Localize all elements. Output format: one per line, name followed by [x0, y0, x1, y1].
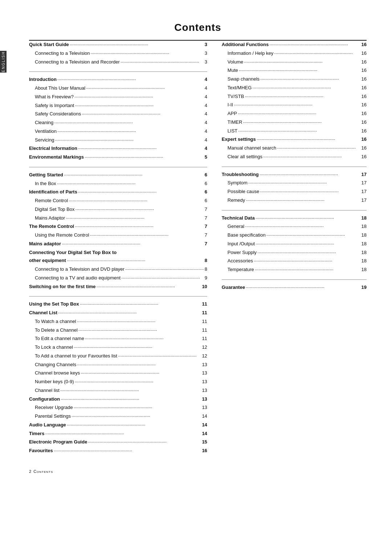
toc-entry: TIMER ··································… [222, 118, 367, 127]
toc-entry-label: Configuration [29, 395, 60, 404]
toc-entry-label: Possible cause [228, 188, 259, 196]
toc-entry: Connecting to a TV and audio equipment ·… [29, 274, 207, 283]
toc-section: Additional Functions ···················… [222, 41, 367, 161]
toc-entry: Swap channels ··························… [222, 75, 367, 84]
toc-entry-dots: ········································… [78, 144, 204, 153]
toc-entry: Power Supply ···························… [222, 249, 367, 257]
toc-entry: To Add a channel to your Favourites list… [29, 352, 207, 361]
toc-entry-page: 18 [362, 231, 367, 240]
toc-entry-label: Servicing [35, 136, 54, 144]
toc-entry: Introduction ···························… [29, 75, 207, 84]
toc-entry: Ventilation ····························… [29, 127, 207, 136]
toc-entry-page: 9 [205, 274, 207, 282]
toc-entry-label: Technical Data [222, 214, 255, 222]
toc-entry: Number keys (0-9) ······················… [29, 378, 207, 386]
section-divider [29, 167, 207, 167]
toc-entry-dots: ········································… [77, 361, 201, 369]
toc-entry-label: Connecting to a Television and DVD playe… [35, 265, 124, 274]
toc-entry-label: Input /Output [228, 240, 255, 248]
toc-entry-dots: ········································… [121, 58, 204, 67]
toc-entry-dots: ········································… [245, 93, 360, 101]
toc-entry-dots: ········································… [74, 343, 201, 352]
toc-entry-page: 12 [202, 343, 207, 352]
toc-entry-page: 13 [202, 395, 207, 404]
toc-entry-dots: ········································… [86, 84, 204, 93]
toc-entry-page: 7 [205, 205, 207, 214]
toc-entry-dots: ········································… [58, 309, 201, 318]
toc-entry-dots: ········································… [75, 222, 204, 231]
toc-entry-page: 4 [205, 127, 207, 136]
toc-entry-dots: ········································… [85, 335, 201, 343]
footer-page-num: 2 [29, 469, 31, 474]
toc-entry: Volume ·································… [222, 58, 367, 67]
toc-entry-page: 4 [205, 93, 207, 101]
toc-entry: Favourites ·····························… [29, 447, 207, 455]
toc-entry-dots: ········································… [45, 430, 201, 438]
toc-entry-page: 18 [362, 240, 367, 248]
toc-entry-dots: ········································… [54, 119, 204, 127]
toc-entry-page: 16 [362, 84, 367, 92]
toc-entry: Environmental Markings ·················… [29, 153, 207, 162]
toc-entry: Channel browse keys ····················… [29, 369, 207, 378]
toc-section: Getting Started ························… [29, 171, 207, 291]
toc-entry: TV/STB ·································… [222, 93, 367, 101]
toc-entry-page: 14 [202, 421, 207, 429]
toc-entry-label: To Add a channel to your Favourites list [35, 352, 117, 360]
toc-entry: Safety is Important ····················… [29, 102, 207, 110]
toc-entry: Information / Help key ·················… [222, 49, 367, 58]
toc-entry-label: Remote Control [35, 197, 68, 205]
toc-entry-dots: ········································… [70, 41, 204, 49]
toc-entry-label: Electrical Information [29, 144, 77, 153]
footer-label: Contents [33, 469, 53, 474]
toc-entry-page: 17 [362, 188, 367, 196]
toc-entry-page: 11 [202, 309, 207, 317]
toc-entry: Guarantee ······························… [222, 283, 367, 292]
toc-entry-page: 18 [362, 257, 367, 265]
toc-entry-dots: ········································… [125, 265, 204, 274]
section-divider [222, 279, 367, 280]
toc-entry-dots: ········································… [96, 283, 201, 291]
toc-entry-page: 7 [205, 222, 207, 231]
toc-entry-label: Cleaning [35, 119, 53, 127]
section-divider [222, 210, 367, 210]
toc-entry-label: Connecting Your Digital Set Top Box to [29, 249, 117, 257]
toc-section: Quick Start Guide ······················… [29, 41, 207, 66]
toc-entry-dots: ········································… [269, 41, 360, 49]
toc-entry-page: 16 [362, 58, 367, 66]
toc-entry-dots: ········································… [260, 75, 361, 84]
toc-entry-label: Favourites [29, 447, 53, 455]
toc-entry: The Remote Control ·····················… [29, 222, 207, 231]
toc-entry-page: 4 [205, 110, 207, 118]
toc-entry-page: 4 [205, 119, 207, 127]
toc-entry-page: 10 [202, 283, 207, 291]
toc-entry-label: Mains adaptor [29, 240, 61, 248]
toc-entry: APP ····································… [222, 110, 367, 118]
toc-entry-dots: ········································… [260, 188, 360, 196]
toc-section: Troubleshooting ························… [222, 171, 367, 205]
toc-entry-page: 18 [362, 222, 367, 231]
toc-entry-page: 4 [205, 102, 207, 110]
toc-entry: Accessories ····························… [222, 257, 367, 266]
toc-entry-page: 19 [362, 283, 367, 292]
section-divider [29, 296, 207, 296]
toc-entry-page: 14 [202, 412, 207, 421]
toc-entry-label: Using the Remote Control [35, 231, 89, 240]
toc-entry-dots: ········································… [245, 222, 360, 231]
toc-entry-dots: ········································… [274, 49, 360, 58]
toc-entry: To Delete a Channel ····················… [29, 326, 207, 335]
toc-entry-page: 7 [205, 240, 207, 248]
toc-entry-dots: ········································… [74, 93, 204, 102]
toc-entry-page: 13 [202, 369, 207, 377]
toc-entry: I-II ···································… [222, 101, 367, 110]
toc-entry-dots: ········································… [78, 326, 201, 335]
toc-entry: Parental Settings ······················… [29, 412, 207, 421]
toc-entry-label: Troubleshooting [222, 171, 259, 179]
toc-entry-page: 13 [202, 386, 207, 395]
toc-entry-label: What is Freeview? [35, 93, 74, 101]
toc-entry-label: Symptom [228, 179, 248, 187]
toc-entry-label: Mains Adaptor [35, 214, 65, 222]
toc-entry-label: Parental Settings [35, 412, 71, 421]
section-divider [29, 71, 207, 72]
toc-entry-label: Guarantee [222, 283, 245, 292]
toc-entry-label: Identification of Parts [29, 188, 77, 196]
